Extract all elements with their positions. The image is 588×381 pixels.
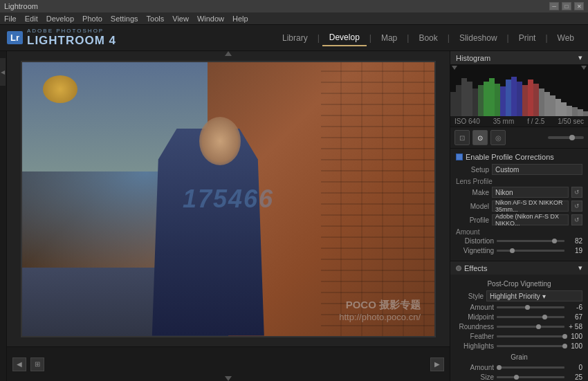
histogram-chart — [450, 64, 588, 116]
distortion-row: Distortion 82 — [456, 237, 582, 245]
effects-collapse-icon[interactable]: ▾ — [578, 263, 582, 272]
model-value[interactable]: Nikon AF-S DX NIKKOR 35mm... — [492, 201, 569, 212]
svg-rect-8 — [495, 84, 500, 116]
left-panel-toggle[interactable]: ◀ — [0, 58, 6, 86]
svg-rect-12 — [517, 82, 522, 116]
grain-size-slider[interactable] — [497, 376, 564, 378]
svg-rect-6 — [484, 82, 489, 116]
minimize-button[interactable]: ─ — [549, 2, 559, 10]
grain-size-label: Size — [456, 373, 494, 381]
model-label: Model — [456, 203, 489, 210]
vignetting-row: Vignetting 19 — [456, 247, 582, 254]
close-button[interactable]: ✕ — [574, 2, 584, 10]
menu-edit[interactable]: Edit — [25, 15, 38, 23]
midpoint-value: 67 — [567, 313, 582, 321]
menu-photo[interactable]: Photo — [82, 15, 102, 23]
filmstrip-next[interactable]: ▶ — [430, 357, 444, 371]
histogram-info: ISO 640 35 mm f / 2.5 1/50 sec — [450, 116, 588, 127]
effects-amount-label: Amount — [456, 304, 494, 311]
tab-slideshow[interactable]: Slideshow — [452, 30, 504, 46]
lens-corrections-section: Enable Profile Corrections Setup Custom … — [450, 149, 588, 261]
photo-area[interactable]: 175466 POCO 摄影专题 http://photo.poco.cn/ — [7, 51, 450, 346]
grain-amount-slider[interactable] — [497, 366, 564, 369]
histogram-header[interactable]: Histogram ▾ — [450, 51, 588, 64]
svg-rect-15 — [533, 84, 539, 116]
profile-value[interactable]: Adobe (Nikon AF-S DX NIKKO... — [492, 214, 569, 225]
histogram-collapse-icon[interactable]: ▾ — [578, 53, 582, 62]
distortion-slider[interactable] — [497, 240, 564, 242]
midpoint-label: Midpoint — [456, 313, 494, 321]
tab-develop[interactable]: Develop — [322, 30, 367, 46]
svg-rect-2 — [461, 78, 467, 116]
hist-iso: ISO 640 — [454, 118, 480, 125]
distortion-value: 82 — [567, 237, 582, 245]
tab-library[interactable]: Library — [275, 30, 315, 46]
menu-develop[interactable]: Develop — [46, 15, 74, 23]
effects-amount-row: Amount -6 — [456, 304, 582, 311]
effects-label: Effects — [464, 264, 487, 272]
menu-settings[interactable]: Settings — [111, 15, 138, 23]
crop-tool[interactable]: ⊡ — [454, 130, 470, 145]
poco-watermark: POCO 摄影专题 http://photo.poco.cn/ — [339, 299, 421, 322]
make-refresh-btn[interactable]: ↺ — [571, 187, 582, 198]
enable-profile-row: Enable Profile Corrections — [456, 153, 582, 161]
left-panel: ◀ — [0, 51, 7, 381]
make-value[interactable]: Nikon — [492, 187, 569, 198]
svg-rect-24 — [583, 111, 588, 116]
spot-removal-tool[interactable]: ⊙ — [472, 130, 488, 145]
tab-book[interactable]: Book — [412, 30, 444, 46]
grain-size-value: 25 — [567, 373, 582, 381]
feather-slider[interactable] — [497, 335, 564, 337]
histogram-label: Histogram — [456, 54, 490, 62]
tab-map[interactable]: Map — [374, 30, 404, 46]
svg-rect-0 — [450, 92, 456, 116]
svg-rect-3 — [467, 82, 472, 116]
highlights-slider[interactable] — [497, 345, 564, 347]
redeye-tool[interactable]: ◎ — [490, 130, 506, 145]
midpoint-slider[interactable] — [497, 316, 564, 318]
amount-label: Amount — [456, 228, 582, 236]
setup-value[interactable]: Custom — [492, 164, 582, 175]
effects-header[interactable]: Effects ▾ — [450, 261, 588, 275]
menu-file[interactable]: File — [4, 15, 17, 23]
roundness-slider[interactable] — [497, 326, 564, 328]
menu-tools[interactable]: Tools — [147, 15, 165, 23]
filmstrip: ◀ ⊞ ▶ — [7, 346, 450, 381]
svg-rect-5 — [478, 85, 484, 116]
menu-window[interactable]: Window — [197, 15, 224, 23]
enable-profile-checkbox[interactable] — [456, 154, 463, 160]
title-bar: Lightroom ─ □ ✕ — [0, 0, 588, 12]
setup-label: Setup — [456, 166, 489, 174]
tab-web[interactable]: Web — [551, 30, 581, 46]
style-dropdown[interactable]: Highlight Priority ▾ — [486, 290, 582, 301]
filmstrip-prev[interactable]: ◀ — [12, 357, 26, 371]
right-panel: Histogram ▾ — [450, 51, 588, 381]
roundness-value: + 58 — [567, 323, 582, 331]
vignetting-slider[interactable] — [497, 250, 564, 252]
profile-refresh-btn[interactable]: ↺ — [571, 214, 582, 225]
enable-profile-label: Enable Profile Corrections — [466, 153, 554, 161]
grain-size-row: Size 25 — [456, 373, 582, 381]
svg-rect-1 — [456, 85, 461, 116]
profile-label: Profile — [456, 216, 489, 224]
grain-amount-row: Amount 0 — [456, 364, 582, 371]
filmstrip-grid[interactable]: ⊞ — [30, 357, 44, 371]
svg-rect-10 — [506, 80, 511, 116]
setup-row: Setup Custom — [456, 164, 582, 175]
tool-opacity-slider[interactable] — [548, 136, 585, 139]
nav-tabs: Library | Develop | Map | Book | Slidesh… — [275, 30, 581, 46]
effects-amount-slider[interactable] — [497, 306, 564, 308]
svg-rect-18 — [550, 95, 555, 116]
svg-rect-21 — [567, 106, 572, 116]
model-refresh-btn[interactable]: ↺ — [571, 201, 582, 212]
make-row: Make Nikon ↺ — [456, 187, 582, 198]
menu-view[interactable]: View — [172, 15, 189, 23]
menu-help[interactable]: Help — [232, 15, 248, 23]
app-name-large: LIGHTROOM 4 — [27, 34, 116, 48]
effects-toggle[interactable] — [456, 266, 461, 271]
tab-print[interactable]: Print — [512, 30, 543, 46]
feather-value: 100 — [567, 333, 582, 340]
top-navigation: Lr ADOBE PHOTOSHOP LIGHTROOM 4 Library |… — [0, 25, 588, 51]
svg-rect-11 — [511, 77, 517, 116]
maximize-button[interactable]: □ — [562, 2, 571, 10]
